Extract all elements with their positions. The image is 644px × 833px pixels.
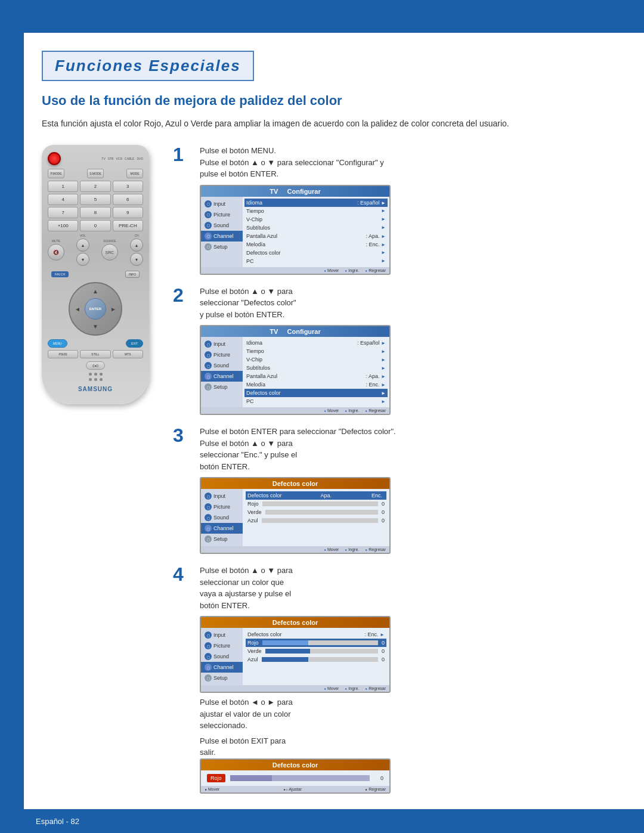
arrow-left-icon[interactable]: ◄ [75, 306, 80, 312]
enter-button[interactable]: ENTER [85, 298, 106, 320]
tv-screen-3-header: Defectos color [201, 478, 389, 489]
pmode-button[interactable]: P.MODE [48, 169, 64, 178]
tv-screen-5-footer: ⬥ Mover ⬥⬦ Ajustar ⬥ Regresar [201, 786, 389, 792]
rojo-value: 0 [374, 775, 383, 781]
azul-bar [262, 518, 378, 523]
dot-2 [94, 373, 97, 376]
btn-prech[interactable]: PRE-CH [113, 220, 143, 231]
btn-1[interactable]: 1 [48, 181, 78, 192]
info-button[interactable]: INFO [125, 271, 140, 278]
step-4-exit-text: Pulse el botón EXIT para salir. [200, 735, 620, 758]
page-subtitle: Uso de la función de mejora de palidez d… [42, 93, 620, 109]
arrow-right-icon[interactable]: ► [110, 306, 116, 312]
tv-item-tiempo: Tiempo ► [246, 207, 386, 215]
tv-screen-3-body: ◻ Input ◻ Picture ◻ Sound [201, 489, 389, 546]
tv2-item-vchip: V-Chip ► [246, 355, 386, 364]
btn-5[interactable]: 5 [80, 194, 110, 205]
channel-icon-2: ◻ [205, 373, 212, 380]
tv4-menu-setup: ◻ Setup [201, 673, 243, 683]
btn-100[interactable]: +100 [48, 220, 78, 231]
arrow-outer-ring: ▲ ▼ ◄ ► ENTER [69, 282, 122, 336]
tv-menu-channel: ◻ Channel [201, 231, 243, 241]
btn-0[interactable]: 0 [80, 220, 110, 231]
dot-5 [94, 378, 97, 381]
tv-screen-1-body: ◻ Input ◻ Picture ◻ Sound [201, 197, 389, 267]
mute-button[interactable]: 🔇 [48, 244, 64, 261]
main-content: Funciones Especiales Uso de la función d… [24, 33, 644, 809]
tv-right-menu: Idioma : Español ► Tiempo ► V-Chip ► [243, 197, 389, 267]
tv4-menu-picture: ◻ Picture [201, 640, 243, 651]
psize-button[interactable]: PSIZE [48, 350, 78, 358]
tv-right-menu-2: Idioma : Español ► Tiempo ► V-Chip ► [243, 337, 389, 407]
tv4-azul: Azul 0 [247, 655, 385, 664]
tv4-defectos-color: Defectos color : Enc. ► [247, 630, 385, 639]
vol-ch-row: MUTE 🔇 VOL ▲ ▼ SOURCE SRC [48, 234, 143, 266]
picture-icon-3: ◻ [205, 503, 212, 510]
source-button[interactable]: SRC [101, 244, 118, 261]
arrow-down-icon[interactable]: ▼ [92, 323, 98, 330]
tv-screen-1-footer: Mover Ingre. Regresar [201, 267, 389, 274]
srs-button[interactable]: ((●)) [86, 361, 105, 370]
samsung-brand-label: SAMSUNG [48, 386, 143, 392]
verde-bar-4 [265, 649, 378, 654]
btn-7[interactable]: 7 [48, 207, 78, 218]
menu-button[interactable]: MENU [48, 339, 67, 348]
favch-button[interactable]: FAV.CH [51, 271, 69, 277]
tv-screen-3-footer: Mover Ingre. Regresar [201, 546, 389, 553]
tv2-menu-input: ◻ Input [201, 339, 243, 349]
sound-icon-4: ◻ [205, 653, 212, 660]
tv3-defectos-color: Defectos color Apa. Enc. [246, 491, 386, 500]
page-title: Funciones Especiales [55, 57, 241, 75]
tv4-right-col: Defectos color : Enc. ► Rojo 0 [243, 628, 389, 685]
smode-button[interactable]: S.MODE [87, 169, 104, 178]
picture-icon-4: ◻ [205, 642, 212, 649]
page-description: Esta función ajusta el color Rojo, Azul … [42, 117, 549, 130]
input-icon: ◻ [205, 200, 212, 208]
input-icon-4: ◻ [205, 631, 212, 639]
step-3-content: Pulse el botón ENTER para seleccionar "D… [200, 426, 620, 554]
tv2-menu-picture: ◻ Picture [201, 349, 243, 360]
vol-down-button[interactable]: ▼ [76, 253, 89, 266]
tv3-verde: Verde 0 [247, 508, 385, 516]
btn-4[interactable]: 4 [48, 194, 78, 205]
btn-3[interactable]: 3 [113, 181, 143, 192]
tv-screen-1: TV Configurar ◻ Input ◻ [200, 185, 391, 275]
ch-up-button[interactable]: ▲ [130, 239, 143, 252]
arrow-up-icon[interactable]: ▲ [92, 288, 98, 295]
sound-icon-2: ◻ [205, 362, 212, 369]
mode-button[interactable]: MODE [126, 169, 143, 178]
exit-button[interactable]: EXIT [126, 339, 143, 348]
tv2-item-melodia: Melodía : Enc. ► [246, 380, 386, 389]
title-box: Funciones Especiales [42, 51, 254, 81]
remote-control: TV STB VCR CABLE DVD P.MODE S.MODE MODE … [42, 145, 149, 404]
tv3-azul: Azul 0 [247, 516, 385, 525]
number-grid: 1 2 3 4 5 6 7 8 9 +100 0 PRE-CH [48, 181, 143, 231]
power-button[interactable] [48, 152, 61, 165]
step-4-content: Pulse el botón ▲ o ▼ para seleccionar un… [200, 565, 620, 794]
tv3-left-col: ◻ Input ◻ Picture ◻ Sound [201, 489, 243, 546]
dot-6 [100, 378, 103, 381]
tv3-rojo: Rojo 0 [247, 500, 385, 508]
mts-button[interactable]: MTS [113, 350, 143, 358]
step-4-number: 4 [173, 565, 191, 584]
channel-icon: ◻ [205, 233, 212, 240]
tv2-menu-channel: ◻ Channel [201, 371, 243, 382]
tv2-item-defectos: Defectos color ► [244, 389, 388, 397]
tv-screen-4-body: ◻ Input ◻ Picture ◻ Sound [201, 628, 389, 685]
tv2-item-tiempo: Tiempo ► [246, 347, 386, 355]
mode-buttons-row: P.MODE S.MODE MODE [48, 169, 143, 178]
azul-bar-4 [262, 657, 378, 662]
still-button[interactable]: STILL [80, 350, 110, 358]
btn-6[interactable]: 6 [113, 194, 143, 205]
rojo-bar-4 [262, 640, 378, 645]
btn-2[interactable]: 2 [80, 181, 110, 192]
ch-down-button[interactable]: ▼ [130, 253, 143, 266]
btn-9[interactable]: 9 [113, 207, 143, 218]
tv-item-melodia: Melodía : Enc. ► [246, 240, 386, 249]
fav-info-row: FAV.CH INFO [48, 269, 143, 280]
vol-up-button[interactable]: ▲ [76, 239, 89, 252]
rojo-selected-label: Rojo [207, 774, 225, 782]
verde-bar [265, 510, 378, 515]
step-4-extra-text: Pulse el botón ◄ o ► para ajustar el val… [200, 696, 620, 732]
btn-8[interactable]: 8 [80, 207, 110, 218]
